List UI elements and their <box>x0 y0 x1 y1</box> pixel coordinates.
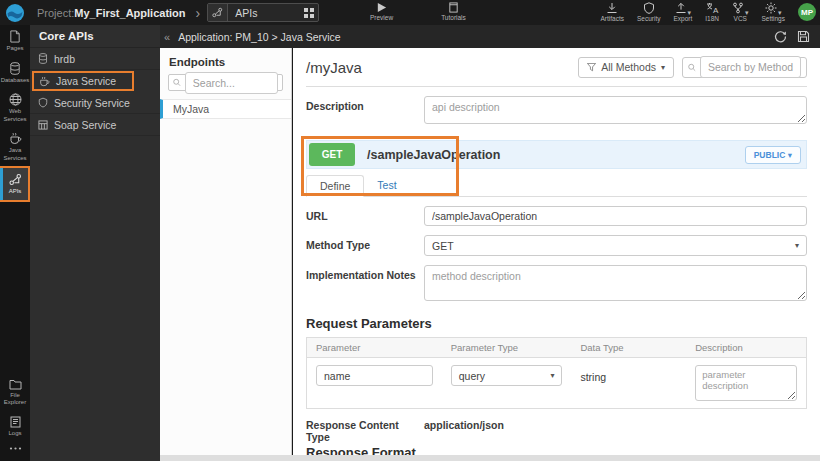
preview-button[interactable]: Preview <box>370 2 393 22</box>
methods-filter-label: All Methods <box>601 61 656 73</box>
column-header: Data Type <box>571 338 686 357</box>
page-icon <box>9 30 21 43</box>
settings-button[interactable]: ▾ Settings <box>762 2 786 23</box>
parameter-type-select[interactable]: query ▾ <box>451 365 563 386</box>
methods-filter-dropdown[interactable]: All Methods ▾ <box>578 57 674 78</box>
i18n-button[interactable]: A I18N <box>705 2 719 23</box>
vcs-button[interactable]: ▾ VCS <box>732 2 749 23</box>
export-button[interactable]: ▾ Export <box>673 2 692 23</box>
grid-icon[interactable] <box>300 8 318 18</box>
table-row: query ▾ string <box>307 358 806 408</box>
breadcrumb[interactable]: Project:My_First_Application <box>37 7 186 19</box>
export-label: Export <box>673 16 692 23</box>
operation-block: GET /sampleJavaOperation PUBLIC ▾ Define… <box>306 140 807 197</box>
sidebar-item-databases[interactable]: Databases <box>0 57 30 89</box>
tutorials-button[interactable]: Tutorials <box>441 2 466 22</box>
preview-label: Preview <box>370 15 393 22</box>
method-search[interactable] <box>682 57 807 78</box>
artifacts-button[interactable]: Artifacts <box>600 2 623 23</box>
service-item-security-service[interactable]: Security Service <box>30 92 160 114</box>
security-button[interactable]: Security <box>637 2 660 23</box>
response-format-title: Response Format <box>306 445 807 455</box>
sidebar-item-label: File Explorer <box>0 392 30 407</box>
coffee-icon <box>9 132 22 145</box>
sidebar-item-label: APIs <box>9 188 22 196</box>
sidebar-item-logs[interactable]: Logs <box>0 411 30 442</box>
tutorials-label: Tutorials <box>441 15 466 22</box>
sidebar-item-label: Java Services <box>0 147 30 162</box>
log-file-icon <box>10 416 21 428</box>
service-item-soap-service[interactable]: Soap Service <box>30 114 160 136</box>
translate-icon: A <box>706 2 719 14</box>
save-icon <box>797 30 810 43</box>
sidebar-more-button[interactable] <box>0 441 30 457</box>
tutorials-icon <box>448 2 459 13</box>
service-item-label: hrdb <box>54 53 75 65</box>
url-input[interactable] <box>424 206 807 226</box>
visibility-dropdown[interactable]: PUBLIC ▾ <box>745 146 801 164</box>
project-label: Project: <box>37 7 74 19</box>
api-description-textarea[interactable] <box>424 96 807 124</box>
settings-label: Settings <box>762 16 786 23</box>
service-item-label: Security Service <box>54 97 130 109</box>
ellipsis-icon <box>9 446 22 451</box>
endpoints-panel: Endpoints MyJava <box>160 48 292 455</box>
workspace-selector[interactable]: APIs <box>207 3 319 22</box>
tab-define[interactable]: Define <box>306 175 364 197</box>
sidebar-item-java-services[interactable]: Java Services <box>0 127 30 166</box>
play-icon <box>376 2 387 13</box>
user-avatar[interactable]: MP <box>798 3 816 21</box>
caret-down-icon: ▾ <box>661 63 665 72</box>
method-type-select[interactable]: GET ▾ <box>424 235 807 256</box>
implementation-notes-textarea[interactable] <box>424 265 807 301</box>
left-rail: Pages Databases Web Services Java Servic… <box>0 25 30 461</box>
bottom-strip <box>160 455 820 461</box>
endpoints-search[interactable] <box>168 74 283 91</box>
method-search-input[interactable] <box>700 56 801 78</box>
security-label: Security <box>637 16 660 23</box>
endpoint-item-myjava[interactable]: MyJava <box>160 99 291 119</box>
sidebar-item-label: Web Services <box>0 108 30 123</box>
api-icon <box>9 173 22 186</box>
tab-test[interactable]: Test <box>364 175 409 197</box>
chevron-right-icon: › <box>196 5 201 21</box>
sidebar-item-label: Pages <box>6 45 23 53</box>
service-item-hrdb[interactable]: hrdb <box>30 48 160 70</box>
column-header: Parameter <box>307 338 442 357</box>
application-breadcrumb: Application: PM_10 > Java Service <box>178 31 341 43</box>
upload-icon <box>675 2 687 14</box>
gear-icon <box>765 2 777 14</box>
api-detail-panel: /myJava All Methods ▾ Description GET /s… <box>293 48 820 455</box>
sidebar-item-pages[interactable]: Pages <box>0 25 30 57</box>
branch-icon <box>732 2 744 14</box>
sidebar-item-label: Databases <box>1 77 30 85</box>
search-icon <box>173 78 181 87</box>
endpoints-title: Endpoints <box>160 48 291 74</box>
database-icon <box>38 53 48 64</box>
wavemaker-logo-icon[interactable] <box>5 3 25 23</box>
sidebar-item-file-explorer[interactable]: File Explorer <box>0 374 30 411</box>
parameter-name-input[interactable] <box>316 365 433 386</box>
method-type-label: Method Type <box>306 235 424 256</box>
response-content-type-value: application/json <box>424 419 504 443</box>
soap-service-icon <box>38 120 48 130</box>
caret-down-icon: ▾ <box>550 371 554 380</box>
description-label: Description <box>306 96 424 128</box>
column-header: Parameter Type <box>442 338 572 357</box>
sidebar-item-apis[interactable]: APIs <box>0 166 30 202</box>
http-method-badge[interactable]: GET <box>309 143 355 166</box>
search-icon <box>688 63 696 72</box>
caret-down-icon: ▾ <box>795 241 799 250</box>
collapse-panel-icon[interactable]: « <box>160 31 178 43</box>
sidebar-item-web-services[interactable]: Web Services <box>0 88 30 127</box>
endpoints-search-input[interactable] <box>185 72 278 94</box>
sidebar-item-label: Logs <box>8 430 21 438</box>
refresh-button[interactable] <box>774 30 787 43</box>
parameter-description-textarea[interactable] <box>695 365 797 401</box>
funnel-icon <box>587 63 596 72</box>
save-button[interactable] <box>797 30 810 43</box>
operation-row[interactable]: GET /sampleJavaOperation PUBLIC ▾ <box>306 140 807 169</box>
operation-tabs: Define Test <box>306 169 807 197</box>
service-item-java-service[interactable]: Java Service <box>32 71 134 91</box>
top-bar: Project:My_First_Application › APIs Prev… <box>0 0 820 25</box>
